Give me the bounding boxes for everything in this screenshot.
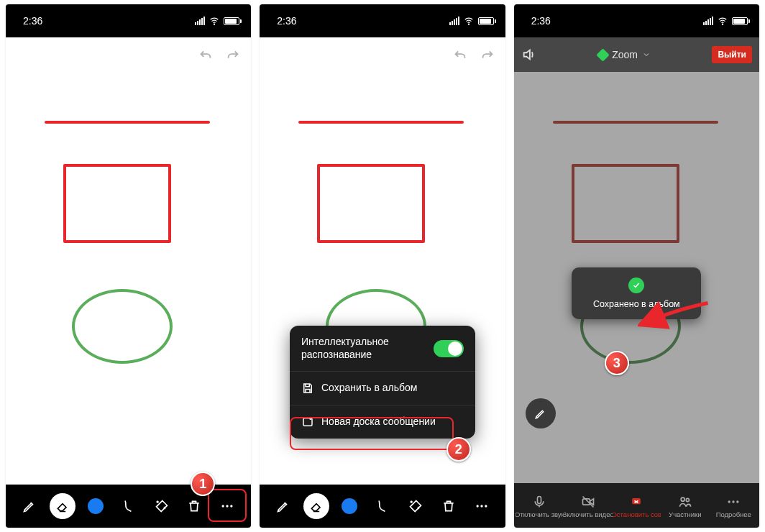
toast-text: Сохранено в альбом — [587, 299, 685, 309]
battery-icon — [224, 17, 239, 25]
whiteboard-canvas[interactable] — [6, 37, 251, 485]
undo-icon[interactable] — [452, 47, 468, 63]
status-bar: 2:36 — [514, 4, 759, 37]
svg-point-0 — [214, 24, 215, 24]
signal-icon — [195, 17, 205, 25]
save-icon — [301, 382, 314, 395]
undo-redo-group — [198, 47, 241, 63]
meeting-bottom-nav: Отключить звук Включить видео Остановить… — [514, 483, 759, 528]
pen-tool[interactable] — [17, 493, 42, 519]
meeting-top-bar: Zoom Выйти — [514, 37, 759, 72]
battery-icon — [732, 17, 748, 25]
eraser-tool[interactable] — [50, 493, 75, 519]
mic-icon — [532, 495, 546, 509]
wifi-icon — [209, 16, 219, 26]
drawing-red-line — [298, 121, 464, 124]
redo-icon[interactable] — [225, 47, 241, 63]
participants-icon — [678, 495, 692, 509]
drawing-red-line — [553, 121, 718, 124]
signal-icon — [703, 17, 713, 25]
nav-video[interactable]: Включить видео — [564, 495, 612, 518]
svg-point-7 — [480, 505, 482, 507]
signal-icon — [449, 17, 459, 25]
magic-tool[interactable] — [403, 493, 429, 519]
drawing-toolbar — [260, 485, 505, 528]
toggle-on-icon[interactable] — [434, 340, 464, 357]
speaker-icon[interactable] — [521, 47, 537, 63]
svg-point-14 — [681, 497, 684, 501]
check-icon — [628, 278, 644, 293]
more-tool[interactable] — [214, 493, 240, 519]
status-icons — [449, 16, 494, 26]
battery-icon — [478, 17, 494, 25]
leave-button[interactable]: Выйти — [712, 46, 752, 63]
phone-screen-3: 2:36 Zoom — [514, 4, 759, 528]
step-badge-3: 3 — [605, 351, 629, 375]
video-icon — [581, 495, 595, 509]
drawing-red-rectangle — [572, 164, 679, 243]
wifi-icon — [464, 16, 474, 26]
svg-point-18 — [736, 500, 738, 503]
status-icons — [703, 16, 748, 26]
more-icon — [726, 495, 741, 509]
svg-point-15 — [686, 498, 689, 501]
shield-icon — [596, 48, 609, 61]
nav-more[interactable]: Подробнее — [710, 495, 758, 518]
drawing-green-ellipse — [72, 289, 173, 364]
color-picker[interactable] — [83, 493, 109, 519]
sketch-tool[interactable] — [116, 493, 142, 519]
redo-icon[interactable] — [480, 47, 495, 63]
meeting-title-group[interactable]: Zoom — [598, 49, 651, 60]
step-badge-2: 2 — [446, 437, 471, 462]
more-tool[interactable] — [469, 493, 495, 519]
drawing-red-line — [45, 121, 210, 124]
drawing-toolbar — [6, 485, 251, 528]
color-picker[interactable] — [336, 493, 362, 519]
svg-point-17 — [733, 500, 735, 503]
trash-tool[interactable] — [181, 493, 207, 519]
phone-screen-2: 2:36 — [260, 4, 505, 528]
undo-icon[interactable] — [198, 47, 214, 63]
chevron-down-icon — [642, 50, 651, 59]
wifi-icon — [718, 16, 728, 26]
svg-rect-10 — [538, 496, 541, 503]
drawing-red-rectangle — [63, 164, 171, 243]
status-icons — [195, 16, 239, 26]
nav-participants[interactable]: Участники — [661, 495, 709, 518]
nav-stop-share[interactable]: Остановить сов — [613, 495, 661, 518]
menu-smart-recognition[interactable]: Интеллектуальное распознавание — [290, 326, 475, 371]
svg-point-16 — [728, 500, 730, 503]
toast-saved: Сохранено в альбом — [572, 267, 701, 319]
stop-share-icon — [629, 495, 643, 509]
svg-line-12 — [582, 496, 593, 507]
svg-point-3 — [230, 505, 232, 507]
drawing-red-rectangle — [317, 164, 425, 243]
new-board-icon — [301, 416, 314, 428]
menu-save-to-album[interactable]: Сохранить в альбом — [290, 371, 475, 405]
undo-redo-group — [452, 47, 495, 63]
phone-screen-1: 2:36 — [6, 4, 251, 528]
nav-mute[interactable]: Отключить звук — [516, 495, 564, 518]
svg-point-1 — [222, 505, 224, 507]
trash-tool[interactable] — [436, 493, 462, 519]
svg-point-9 — [722, 24, 723, 24]
svg-point-6 — [476, 505, 478, 507]
meeting-view: Zoom Выйти Сохранено в альбом — [514, 37, 759, 483]
status-bar: 2:36 — [260, 4, 505, 37]
pen-fab[interactable] — [526, 398, 556, 428]
status-time: 2:36 — [531, 15, 551, 27]
svg-point-4 — [468, 24, 469, 24]
eraser-tool[interactable] — [303, 493, 329, 519]
menu-new-whiteboard[interactable]: Новая доска сообщений — [290, 405, 475, 439]
svg-point-2 — [226, 505, 229, 507]
status-bar: 2:36 — [6, 4, 251, 37]
status-time: 2:36 — [277, 15, 296, 27]
sketch-tool[interactable] — [370, 493, 395, 519]
pen-tool[interactable] — [270, 493, 296, 519]
meeting-title: Zoom — [612, 49, 638, 60]
svg-point-8 — [485, 505, 487, 507]
whiteboard-canvas[interactable]: Интеллектуальное распознавание Сохранить… — [260, 37, 505, 485]
magic-tool[interactable] — [149, 493, 175, 519]
more-menu-popup: Интеллектуальное распознавание Сохранить… — [290, 326, 475, 439]
status-time: 2:36 — [23, 15, 42, 27]
